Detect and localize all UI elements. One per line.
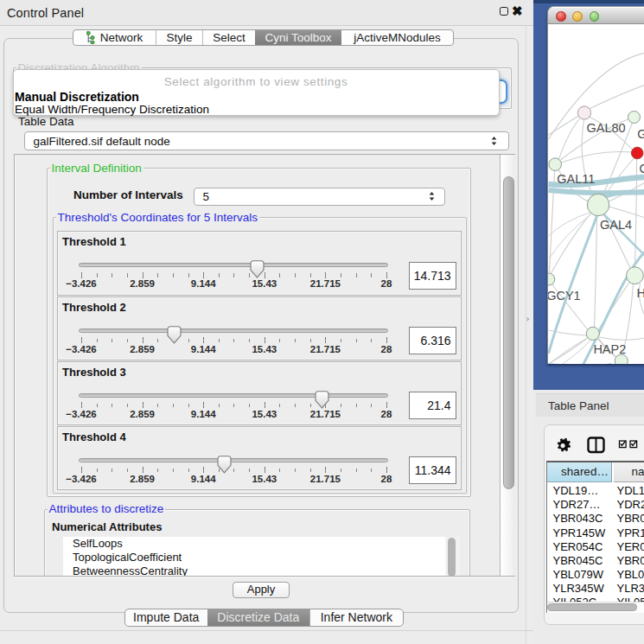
svg-text:GAL11: GAL11 (557, 172, 595, 186)
svg-text:C: C (639, 162, 644, 175)
svg-text:GCY1: GCY1 (548, 289, 581, 303)
svg-text:HAP2: HAP2 (593, 342, 626, 356)
svg-text:GA: GA (637, 127, 644, 141)
svg-text:GAL4: GAL4 (600, 218, 632, 232)
svg-text:GAL80: GAL80 (586, 121, 625, 135)
svg-text:H: H (636, 286, 644, 300)
